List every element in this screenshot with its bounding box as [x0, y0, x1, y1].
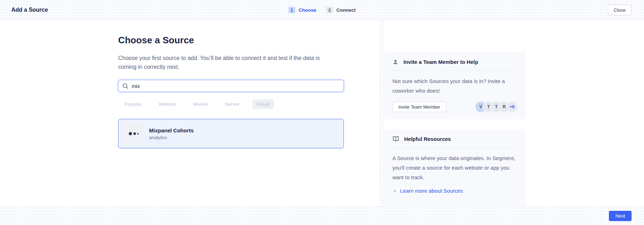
next-button[interactable]: Next: [609, 211, 632, 221]
result-category: analytics: [149, 135, 194, 140]
window-title: Add a Source: [11, 7, 48, 13]
learn-more-sources-link[interactable]: Learn more about Sources: [400, 188, 463, 194]
book-icon: [392, 136, 399, 142]
invite-team-card: Invite a Team Member to Help Not sure wh…: [384, 52, 526, 119]
tab-website[interactable]: Website: [154, 99, 181, 109]
invite-card-header: Invite a Team Member to Help: [392, 59, 517, 65]
team-avatar-stack: V T T R +6: [475, 101, 517, 112]
invite-actions-row: Invite Team Member V T T R +6: [392, 101, 517, 112]
step-number-badge: 1: [288, 7, 295, 13]
divider: [392, 70, 517, 71]
bottom-bar: Next: [0, 207, 644, 225]
magnifier-icon: [122, 83, 128, 89]
resources-card-header: Helpful Resources: [392, 136, 517, 142]
invite-card-body: Not sure which Sources your data is in? …: [392, 76, 517, 95]
avatar-overflow-badge: +6: [507, 101, 517, 112]
mixpanel-dots-logo: [125, 125, 143, 143]
main-panel: Choose a Source Choose your first source…: [118, 20, 344, 148]
wizard-stepper: 1 Choose 2 Connect: [288, 7, 356, 13]
result-title: Mixpanel Cohorts: [149, 127, 194, 133]
step-label: Connect: [336, 7, 356, 13]
source-result-mixpanel-cohorts[interactable]: Mixpanel Cohorts analytics: [118, 119, 344, 148]
helpful-resources-card: Helpful Resources A Source is where your…: [384, 129, 526, 214]
page-description: Choose your first source to add. You’ll …: [118, 54, 331, 71]
page-title: Choose a Source: [118, 35, 344, 46]
tab-server[interactable]: Server: [221, 99, 243, 109]
bullet: •: [394, 188, 396, 194]
invite-card-title: Invite a Team Member to Help: [403, 59, 478, 65]
step-number-badge: 2: [326, 7, 333, 13]
source-search-box[interactable]: [118, 80, 344, 92]
step-connect[interactable]: 2 Connect: [326, 7, 356, 13]
tab-popular[interactable]: Popular: [120, 99, 146, 109]
resources-link-row: • Learn more about Sources: [392, 188, 517, 194]
invite-team-member-button[interactable]: Invite Team Member: [392, 101, 446, 112]
step-choose[interactable]: 1 Choose: [288, 7, 317, 13]
top-bar: Add a Source 1 Choose 2 Connect Close: [0, 0, 644, 20]
divider: [392, 147, 517, 148]
tab-cloud[interactable]: Cloud: [252, 99, 274, 109]
person-icon: [392, 59, 398, 65]
tab-mobile[interactable]: Mobile: [189, 99, 212, 109]
category-tabs: Popular Website Mobile Server Cloud: [120, 99, 344, 109]
resources-card-body: A Source is where your data originates. …: [392, 153, 517, 182]
resources-card-title: Helpful Resources: [404, 136, 451, 142]
step-label: Choose: [299, 7, 317, 13]
search-input[interactable]: [132, 83, 340, 89]
close-button[interactable]: Close: [608, 5, 632, 15]
panel-divider: [379, 20, 384, 207]
result-text: Mixpanel Cohorts analytics: [149, 127, 194, 140]
